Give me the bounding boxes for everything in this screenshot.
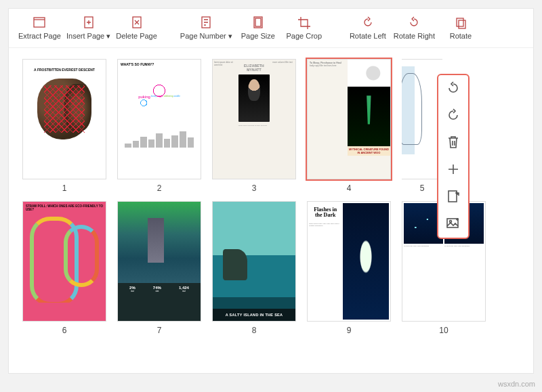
page-number-label: 9 xyxy=(347,326,352,335)
page-number-label: 6 xyxy=(62,326,67,335)
page-thumbnail[interactable]: Flashes in the Darklorem ipsum body copy… xyxy=(307,201,391,335)
page-manager-panel: Extract Page Insert Page ▾ Delete Page P… xyxy=(8,8,534,374)
extract-page-button[interactable]: Extract Page xyxy=(18,16,61,40)
trash-icon[interactable] xyxy=(446,135,460,152)
toolbar-label: Rotate xyxy=(450,32,472,40)
insert-page-button[interactable]: Insert Page ▾ xyxy=(66,16,110,41)
page-number-label: 5 xyxy=(420,183,425,193)
page-size-button[interactable]: Page Size xyxy=(238,16,278,40)
toolbar-label: Page Crop xyxy=(287,32,322,40)
add-page-icon[interactable] xyxy=(446,189,460,206)
page-thumbnail[interactable]: To Sleep, Perchance to Healbody copy fil… xyxy=(307,59,391,193)
toolbar-label: Page Size xyxy=(241,32,275,40)
page-thumbnail[interactable]: STRAW POLL: WHICH ONES ARE ECO-FRIENDLY … xyxy=(22,201,106,335)
page-crop-button[interactable]: Page Crop xyxy=(284,16,325,40)
page-number-label: 7 xyxy=(157,326,162,335)
toolbar-label: Page Number ▾ xyxy=(180,32,232,41)
watermark: wsxdn.com xyxy=(498,380,535,388)
page-number-button[interactable]: Page Number ▾ xyxy=(180,16,232,41)
page-number-label: 4 xyxy=(347,183,352,193)
toolbar-label: Rotate Left xyxy=(350,32,386,40)
svg-rect-9 xyxy=(447,219,458,227)
svg-rect-0 xyxy=(34,18,45,27)
page-thumbnail[interactable]: A SALTY ISLAND IN THE SEA 8 xyxy=(212,201,296,335)
page-number-label: 2 xyxy=(157,183,162,193)
rotate-cw-icon[interactable] xyxy=(446,81,461,98)
page-thumbnail[interactable]: GO 5 xyxy=(402,59,442,193)
svg-rect-6 xyxy=(457,18,463,26)
page-number-label: 3 xyxy=(252,183,257,193)
rotate-right-button[interactable]: Rotate Right xyxy=(394,16,435,40)
page-thumbnail[interactable]: A FROSTBITTEN EVEREST DESCENT 1 xyxy=(22,59,106,193)
rotate-ccw-icon[interactable] xyxy=(446,108,461,125)
toolbar-label: Extract Page xyxy=(18,32,61,40)
svg-rect-5 xyxy=(255,18,261,26)
page-number-label: 10 xyxy=(439,326,448,335)
page-thumbnail[interactable]: 2%stat74%stat1,424stat 7 xyxy=(117,201,201,335)
toolbar: Extract Page Insert Page ▾ Delete Page P… xyxy=(9,9,533,48)
svg-rect-7 xyxy=(459,20,465,28)
toolbar-label: Rotate Right xyxy=(394,32,435,40)
toolbar-label: Delete Page xyxy=(116,32,157,40)
page-number-label: 1 xyxy=(62,183,67,193)
toolbar-label: Insert Page ▾ xyxy=(66,32,110,41)
page-number-label: 8 xyxy=(252,326,257,335)
page-thumbnail[interactable]: lorem ipsum dolor sit amet textELIZABETH… xyxy=(212,59,296,193)
rotate-left-button[interactable]: Rotate Left xyxy=(348,16,388,40)
context-menu xyxy=(437,74,470,239)
page-thumbnail[interactable]: WHAT'S SO FUNNY?pukingboobywiggleslobber… xyxy=(117,59,201,193)
rotate-button[interactable]: Rotate xyxy=(440,16,481,40)
delete-page-button[interactable]: Delete Page xyxy=(116,16,157,40)
plus-icon[interactable] xyxy=(446,162,461,179)
add-image-icon[interactable] xyxy=(446,216,461,232)
